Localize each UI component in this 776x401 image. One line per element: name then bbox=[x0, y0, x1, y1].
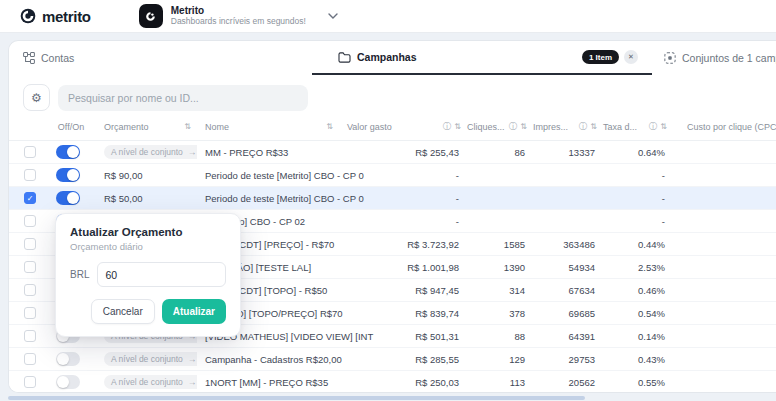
row-toggle[interactable] bbox=[56, 352, 80, 366]
row-name: Periodo de teste [Metrito] CBO - CP 0 bbox=[197, 193, 339, 204]
col-orcamento: Orçamento ⇅ bbox=[93, 122, 197, 132]
table-row[interactable]: R$ 90,00 Periodo de teste [Metrito] CBO … bbox=[9, 164, 776, 187]
toggle-knob bbox=[57, 353, 69, 365]
popover-title: Atualizar Orçamento bbox=[70, 226, 226, 238]
sort-icon[interactable]: ⇅ bbox=[184, 122, 191, 131]
row-toggle[interactable] bbox=[56, 168, 80, 182]
row-valor: R$ 3.723,92 bbox=[339, 239, 467, 250]
table-row[interactable]: ✓ R$ 50,00 Periodo de teste [Metrito] CB… bbox=[9, 187, 776, 210]
row-taxa: 0.54% bbox=[603, 308, 673, 319]
folder-icon bbox=[338, 52, 351, 63]
table-row[interactable]: A nível de conjunto→ Campanha - Cadastro… bbox=[9, 348, 776, 371]
row-impressoes: 13337 bbox=[533, 147, 603, 158]
row-name: MM - PREÇO R$33 bbox=[197, 147, 339, 158]
col-impressoes: Impres... ⓘ ⇅ bbox=[533, 121, 603, 133]
row-cliques: 378 bbox=[467, 308, 533, 319]
toolbar: ⚙ bbox=[23, 84, 762, 111]
pill-label: A nível de conjunto bbox=[111, 354, 183, 364]
gear-icon[interactable]: ⚙ bbox=[23, 84, 50, 111]
row-toggle[interactable] bbox=[56, 145, 80, 159]
row-checkbox[interactable] bbox=[24, 146, 36, 158]
budget-level-pill[interactable]: A nível de conjunto→ bbox=[104, 145, 197, 159]
toggle-knob bbox=[67, 192, 79, 204]
row-toggle[interactable] bbox=[56, 191, 80, 205]
row-checkbox[interactable]: ✓ bbox=[24, 192, 36, 204]
popover-subtitle: Orçamento diário bbox=[70, 241, 226, 252]
row-budget[interactable]: A nível de conjunto→ bbox=[93, 352, 197, 366]
table-row[interactable]: A nível de conjunto→ 1NORT [MM] - PREÇO … bbox=[9, 371, 776, 393]
row-taxa: - bbox=[603, 170, 673, 181]
row-checkbox[interactable] bbox=[24, 330, 36, 342]
info-icon[interactable]: ⓘ bbox=[443, 121, 452, 133]
row-budget[interactable]: R$ 50,00 bbox=[93, 193, 197, 204]
sort-icon[interactable]: ⇅ bbox=[590, 122, 597, 131]
row-impressoes: 29753 bbox=[533, 354, 603, 365]
row-taxa: 0.43% bbox=[603, 354, 673, 365]
row-checkbox[interactable] bbox=[24, 284, 36, 296]
info-icon[interactable]: ⓘ bbox=[649, 121, 658, 133]
tab-conjuntos[interactable]: Conjuntos de 1 campan bbox=[664, 41, 776, 75]
row-name: Periodo de teste [Metrito] CBO - CP 0 bbox=[197, 170, 339, 181]
workspace-icon bbox=[139, 4, 163, 28]
search-input[interactable] bbox=[58, 85, 308, 111]
col-valor-gasto: Valor gasto ⓘ ⇅ bbox=[339, 121, 467, 133]
row-cliques: 113 bbox=[467, 377, 533, 388]
sort-icon[interactable]: ⇅ bbox=[520, 122, 527, 131]
row-toggle[interactable] bbox=[56, 375, 80, 389]
update-button[interactable]: Atualizar bbox=[162, 299, 226, 324]
toggle-knob bbox=[67, 146, 79, 158]
horizontal-scrollbar-thumb[interactable] bbox=[8, 396, 585, 400]
row-valor: R$ 250,03 bbox=[339, 377, 467, 388]
row-budget[interactable]: A nível de conjunto→ bbox=[93, 375, 197, 389]
row-cliques: 1585 bbox=[467, 239, 533, 250]
row-taxa: - bbox=[603, 216, 673, 227]
row-checkbox[interactable] bbox=[24, 169, 36, 181]
cancel-button[interactable]: Cancelar bbox=[91, 299, 155, 324]
row-impressoes: 67634 bbox=[533, 285, 603, 296]
row-checkbox[interactable] bbox=[24, 307, 36, 319]
accounts-hierarchy-icon bbox=[23, 52, 35, 64]
row-taxa: 0.44% bbox=[603, 239, 673, 250]
row-valor: R$ 255,43 bbox=[339, 147, 467, 158]
sort-icon[interactable]: ⇅ bbox=[326, 122, 333, 131]
row-checkbox[interactable] bbox=[24, 353, 36, 365]
table-row[interactable]: A nível de conjunto→ MM - PREÇO R$33 R$ … bbox=[9, 141, 776, 164]
row-budget[interactable]: A nível de conjunto→ bbox=[93, 145, 197, 159]
row-impressoes: 363486 bbox=[533, 239, 603, 250]
row-checkbox[interactable] bbox=[24, 261, 36, 273]
info-icon[interactable]: ⓘ bbox=[509, 121, 518, 133]
workspace-selector[interactable]: Metrito Dashboards incríveis em segundos… bbox=[139, 4, 338, 28]
tab-spacer bbox=[74, 41, 312, 75]
row-valor: R$ 501,31 bbox=[339, 331, 467, 342]
budget-input[interactable] bbox=[97, 262, 226, 287]
toggle-knob bbox=[67, 169, 79, 181]
tab-campanhas[interactable]: Campanhas 1 Item ✕ bbox=[312, 41, 652, 75]
chevron-down-icon[interactable] bbox=[328, 13, 338, 19]
row-taxa: - bbox=[603, 193, 673, 204]
row-cliques: 129 bbox=[467, 354, 533, 365]
col-nome: Nome ⇅ bbox=[197, 122, 339, 132]
budget-level-pill[interactable]: A nível de conjunto→ bbox=[104, 375, 197, 389]
sort-icon[interactable]: ⇅ bbox=[454, 122, 461, 131]
row-valor: - bbox=[339, 193, 467, 204]
row-impressoes: 54934 bbox=[533, 262, 603, 273]
row-valor: - bbox=[339, 170, 467, 181]
logo-text: metrito bbox=[42, 8, 91, 25]
budget-level-pill[interactable]: A nível de conjunto→ bbox=[104, 352, 197, 366]
tab-contas[interactable]: Contas bbox=[23, 41, 74, 75]
row-taxa: 0.64% bbox=[603, 147, 673, 158]
info-icon[interactable]: ⓘ bbox=[579, 121, 588, 133]
row-checkbox[interactable] bbox=[24, 376, 36, 388]
row-budget[interactable]: R$ 90,00 bbox=[93, 170, 197, 181]
sort-icon[interactable]: ⇅ bbox=[660, 122, 667, 131]
close-icon[interactable]: ✕ bbox=[624, 50, 638, 64]
row-checkbox[interactable] bbox=[24, 215, 36, 227]
row-checkbox[interactable] bbox=[24, 238, 36, 250]
col-cpc: Custo por clique (CPC) bbox=[673, 122, 776, 132]
col-cliques: Cliques... ⓘ ⇅ bbox=[467, 121, 533, 133]
row-name: 1NORT [MM] - PREÇO R$35 bbox=[197, 377, 339, 388]
tab-conjuntos-label: Conjuntos de 1 campan bbox=[682, 52, 776, 64]
col-taxa: Taxa d... ⓘ ⇅ bbox=[603, 121, 673, 133]
row-impressoes: 20562 bbox=[533, 377, 603, 388]
row-impressoes: 64391 bbox=[533, 331, 603, 342]
